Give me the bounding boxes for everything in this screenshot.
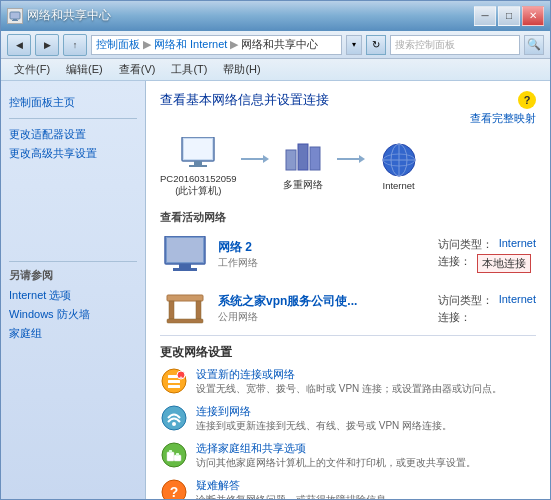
svg-rect-7 — [286, 150, 296, 170]
maximize-button[interactable]: □ — [498, 6, 520, 26]
menu-view[interactable]: 查看(V) — [112, 59, 163, 80]
network1-name[interactable]: 网络 2 — [218, 239, 430, 256]
path-current: 网络和共享中心 — [241, 37, 318, 52]
svg-rect-0 — [10, 12, 20, 19]
svg-rect-5 — [194, 161, 202, 165]
arrow-line1 — [241, 158, 263, 160]
help-icon[interactable]: ? — [518, 91, 536, 109]
diagram-internet-label: Internet — [383, 180, 415, 191]
multi-net-icon — [283, 142, 323, 177]
sidebar-home-link[interactable]: 控制面板主页 — [9, 93, 137, 112]
pc-icon — [178, 136, 218, 171]
sidebar-ref-section: 另请参阅 Internet 选项 Windows 防火墙 家庭组 — [1, 251, 145, 351]
settings-desc-3: 访问其他家庭网络计算机上的文件和打印机，或更改共享设置。 — [196, 456, 536, 470]
page-header: 查看基本网络信息并设置连接 ? 查看完整映射 — [160, 91, 536, 126]
svg-text:?: ? — [170, 484, 179, 499]
main-window: 网络和共享中心 ─ □ ✕ ◀ ▶ ↑ 控制面板 ▶ 网络和 Internet … — [0, 0, 551, 500]
network2-access-value[interactable]: Internet — [499, 293, 536, 308]
svg-rect-20 — [169, 301, 174, 319]
forward-button[interactable]: ▶ — [35, 34, 59, 56]
network2-info: 系统之家vpn服务公司使... 公用网络 — [218, 293, 430, 324]
settings-icon-1: + — [160, 367, 188, 395]
settings-text-4: 疑难解答 诊断并修复网络问题，或获得故障排除信息。 — [196, 478, 536, 499]
svg-rect-19 — [167, 295, 203, 301]
menu-tools[interactable]: 工具(T) — [164, 59, 214, 80]
back-button[interactable]: ◀ — [7, 34, 31, 56]
network2-access: 访问类型： Internet 连接： — [438, 293, 536, 325]
section-divider — [160, 335, 536, 336]
network1-type: 工作网络 — [218, 256, 430, 270]
network-diagram: PC201603152059 (此计算机) — [160, 136, 536, 198]
sidebar: 控制面板主页 更改适配器设置 更改高级共享设置 另请参阅 Internet 选项… — [1, 81, 146, 499]
path-root[interactable]: 控制面板 — [96, 37, 140, 52]
path-level1[interactable]: 网络和 Internet — [154, 37, 227, 52]
svg-rect-17 — [179, 264, 191, 268]
path-sep2: ▶ — [230, 38, 238, 51]
svg-rect-18 — [173, 268, 197, 271]
settings-desc-4: 诊断并修复网络问题，或获得故障排除信息。 — [196, 493, 536, 499]
sidebar-ref-internet[interactable]: Internet 选项 — [9, 286, 137, 305]
search-button[interactable]: 🔍 — [524, 35, 544, 55]
menu-help[interactable]: 帮助(H) — [216, 59, 267, 80]
svg-rect-16 — [167, 238, 203, 262]
search-box[interactable]: 搜索控制面板 — [390, 35, 520, 55]
settings-link-3[interactable]: 选择家庭组和共享选项 — [196, 441, 536, 456]
menu-file[interactable]: 文件(F) — [7, 59, 57, 80]
svg-rect-9 — [310, 147, 320, 170]
sidebar-ref-firewall[interactable]: Windows 防火墙 — [9, 305, 137, 324]
svg-rect-26 — [168, 385, 180, 388]
svg-rect-21 — [196, 301, 201, 319]
minimize-button[interactable]: ─ — [474, 6, 496, 26]
network1-conn-label: 连接： — [438, 254, 471, 273]
settings-link-1[interactable]: 设置新的连接或网络 — [196, 367, 536, 382]
refresh-button[interactable]: ↻ — [366, 35, 386, 55]
network1-access-row: 访问类型： Internet — [438, 237, 536, 252]
diagram-node-pc: PC201603152059 (此计算机) — [160, 136, 237, 198]
svg-rect-32 — [167, 452, 174, 461]
network1-conn-value[interactable]: 本地连接 — [477, 254, 531, 273]
settings-text-3: 选择家庭组和共享选项 访问其他家庭网络计算机上的文件和打印机，或更改共享设置。 — [196, 441, 536, 470]
up-button[interactable]: ↑ — [63, 34, 87, 56]
sidebar-advanced-link[interactable]: 更改高级共享设置 — [9, 144, 137, 163]
path-sep1: ▶ — [143, 38, 151, 51]
svg-rect-2 — [12, 20, 18, 21]
address-path[interactable]: 控制面板 ▶ 网络和 Internet ▶ 网络和共享中心 — [91, 35, 342, 55]
svg-rect-35 — [176, 453, 179, 456]
main-layout: 控制面板主页 更改适配器设置 更改高级共享设置 另请参阅 Internet 选项… — [1, 81, 550, 499]
diagram-pc-sub: (此计算机) — [160, 185, 237, 197]
menu-edit[interactable]: 编辑(E) — [59, 59, 110, 80]
network1-row: 网络 2 工作网络 访问类型： Internet 连接： 本地连接 — [160, 231, 536, 279]
content-area: 查看基本网络信息并设置连接 ? 查看完整映射 — [146, 81, 550, 499]
settings-icon-4: ? — [160, 478, 188, 499]
address-dropdown[interactable]: ▾ — [346, 35, 362, 55]
network2-access-label: 访问类型： — [438, 293, 493, 308]
network2-name[interactable]: 系统之家vpn服务公司使... — [218, 293, 430, 310]
network2-type: 公用网络 — [218, 310, 430, 324]
page-title: 查看基本网络信息并设置连接 — [160, 91, 329, 109]
sidebar-adapter-link[interactable]: 更改适配器设置 — [9, 125, 137, 144]
window-controls: ─ □ ✕ — [474, 6, 544, 26]
diagram-pc-name: PC201603152059 — [160, 173, 237, 185]
settings-link-2[interactable]: 连接到网络 — [196, 404, 536, 419]
sidebar-ref-divider — [9, 261, 137, 262]
network1-connection-row: 连接： 本地连接 — [438, 254, 536, 273]
settings-item-4: ? 疑难解答 诊断并修复网络问题，或获得故障排除信息。 — [160, 478, 536, 499]
sidebar-ref-homegroup[interactable]: 家庭组 — [9, 324, 137, 343]
network2-connection-row: 连接： — [438, 310, 536, 325]
network2-row: 系统之家vpn服务公司使... 公用网络 访问类型： Internet 连接： — [160, 287, 536, 331]
svg-rect-34 — [169, 450, 172, 453]
settings-text-2: 连接到网络 连接到或更新连接到无线、有线、拨号或 VPN 网络连接。 — [196, 404, 536, 433]
search-placeholder: 搜索控制面板 — [395, 38, 455, 52]
close-button[interactable]: ✕ — [522, 6, 544, 26]
network2-access-row: 访问类型： Internet — [438, 293, 536, 308]
settings-header: 更改网络设置 — [160, 344, 536, 361]
network1-access: 访问类型： Internet 连接： 本地连接 — [438, 237, 536, 273]
settings-link-4[interactable]: 疑难解答 — [196, 478, 536, 493]
sidebar-main-section: 控制面板主页 更改适配器设置 更改高级共享设置 — [1, 89, 145, 171]
view-full-link[interactable]: 查看完整映射 — [470, 111, 536, 126]
sidebar-ref-title: 另请参阅 — [9, 268, 137, 283]
svg-rect-8 — [298, 144, 308, 170]
network1-access-value[interactable]: Internet — [499, 237, 536, 252]
arrow-line2 — [337, 158, 359, 160]
settings-icon-2 — [160, 404, 188, 432]
